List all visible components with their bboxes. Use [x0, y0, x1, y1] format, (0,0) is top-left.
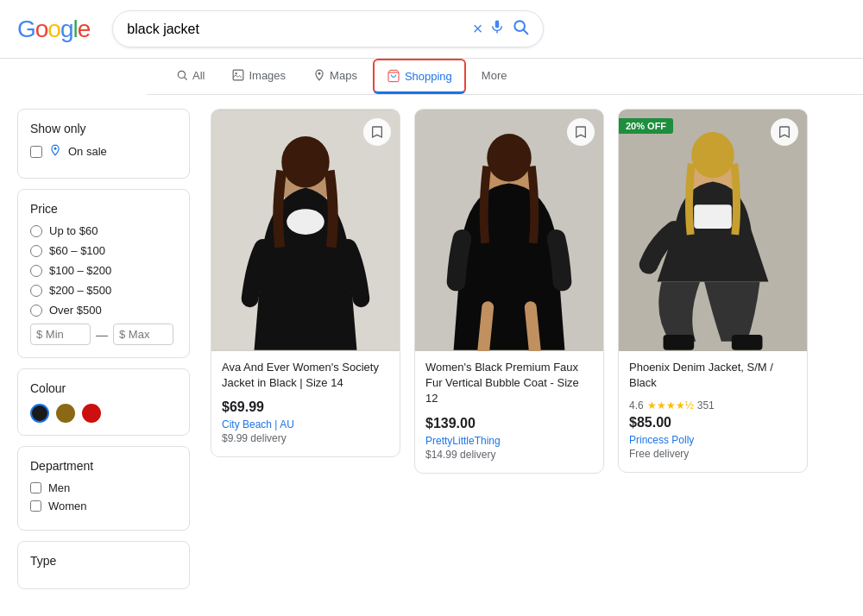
price-radio-3[interactable] [30, 285, 42, 297]
price-radio-1[interactable] [30, 245, 42, 257]
product-info-1: Women's Black Premium Faux Fur Vertical … [415, 351, 603, 461]
products-grid: Ava And Ever Women's Society Jacket in B… [211, 109, 846, 600]
color-swatches [30, 404, 177, 423]
product-price-2: $85.00 [629, 415, 797, 431]
color-swatch-red[interactable] [82, 404, 101, 423]
svg-point-14 [281, 136, 329, 187]
product-card-0: Ava And Ever Women's Society Jacket in B… [211, 109, 400, 457]
on-sale-icon [49, 144, 61, 159]
tab-all[interactable]: All [164, 60, 217, 93]
product-seller-0[interactable]: City Beach | AU [222, 418, 389, 431]
search-input[interactable] [127, 22, 465, 37]
department-title: Department [30, 459, 177, 473]
color-swatch-brown[interactable] [56, 404, 75, 423]
price-option-1[interactable]: $60 – $100 [30, 244, 177, 257]
price-range-inputs: — [30, 324, 177, 345]
product-info-0: Ava And Ever Women's Society Jacket in B… [211, 351, 400, 444]
svg-rect-0 [495, 21, 500, 28]
product-delivery-0: $9.99 delivery [222, 432, 389, 444]
product-price-1: $139.00 [425, 416, 593, 431]
product-name-2: Phoenix Denim Jacket, S/M / Black [629, 360, 797, 391]
price-max-input[interactable] [113, 324, 173, 345]
department-section: Department Men Women [17, 446, 190, 531]
tab-images[interactable]: Images [220, 60, 298, 93]
price-radio-0[interactable] [30, 225, 42, 237]
type-section: Type [17, 541, 190, 589]
price-option-2[interactable]: $100 – $200 [30, 264, 177, 277]
price-option-4[interactable]: Over $500 [30, 304, 177, 317]
google-logo: Google [17, 16, 90, 43]
on-sale-filter[interactable]: On sale [30, 144, 177, 159]
product-image-2: 20% OFF [619, 110, 807, 351]
search-bar: × [112, 10, 544, 47]
tab-more[interactable]: More [469, 60, 520, 93]
svg-point-17 [487, 134, 532, 181]
product-delivery-1: $14.99 delivery [425, 449, 593, 461]
svg-line-5 [184, 77, 186, 79]
svg-point-21 [691, 132, 734, 179]
price-title: Price [30, 202, 177, 216]
bookmark-button-2[interactable] [771, 118, 798, 146]
on-sale-label: On sale [68, 145, 107, 158]
svg-point-13 [287, 209, 324, 235]
sidebar: Show only On sale Price Up to $60 $60 – … [17, 109, 190, 600]
clear-button[interactable]: × [473, 19, 483, 39]
svg-line-3 [524, 30, 528, 35]
sale-badge-2: 20% OFF [619, 118, 673, 134]
price-section: Price Up to $60 $60 – $100 $100 – $200 $… [17, 189, 190, 358]
product-name-0: Ava And Ever Women's Society Jacket in B… [222, 360, 389, 391]
product-delivery-2: Free delivery [629, 448, 797, 460]
tab-shopping[interactable]: Shopping [373, 59, 466, 94]
show-only-section: Show only On sale [17, 109, 190, 179]
product-rating-2: 4.6 ★★★★½ 351 [629, 399, 797, 412]
rating-value-2: 4.6 [629, 399, 644, 412]
show-only-title: Show only [30, 122, 177, 135]
price-option-0[interactable]: Up to $60 [30, 224, 177, 237]
colour-section: Colour [17, 368, 190, 436]
product-seller-2[interactable]: Princess Polly [629, 434, 797, 446]
main-content: Show only On sale Price Up to $60 $60 – … [0, 95, 863, 613]
header: Google × [0, 0, 863, 59]
product-seller-1[interactable]: PrettyLittleThing [425, 435, 593, 447]
mic-button[interactable] [489, 19, 505, 39]
product-name-1: Women's Black Premium Faux Fur Vertical … [425, 360, 593, 407]
dept-women-checkbox[interactable] [30, 500, 41, 512]
svg-rect-23 [732, 335, 763, 350]
product-info-2: Phoenix Denim Jacket, S/M / Black 4.6 ★★… [619, 351, 807, 460]
price-option-3[interactable]: $200 – $500 [30, 284, 177, 297]
svg-point-10 [54, 148, 57, 150]
rating-count-2: 351 [697, 399, 715, 412]
on-sale-checkbox[interactable] [30, 146, 42, 158]
dept-men-checkbox[interactable] [30, 482, 41, 493]
price-radio-4[interactable] [30, 305, 42, 317]
price-min-input[interactable] [30, 324, 91, 345]
svg-point-7 [236, 72, 237, 74]
product-image-0 [211, 110, 400, 351]
dept-women[interactable]: Women [30, 500, 177, 512]
type-title: Type [30, 554, 177, 568]
svg-rect-22 [664, 335, 695, 350]
price-radio-2[interactable] [30, 265, 42, 277]
color-swatch-black[interactable] [30, 404, 49, 423]
search-button[interactable] [512, 18, 529, 40]
nav-tabs: All Images Maps Shopping More [147, 59, 863, 95]
product-price-0: $69.99 [222, 399, 389, 415]
bookmark-button-0[interactable] [363, 118, 391, 146]
svg-point-8 [318, 72, 321, 75]
stars-icon-2: ★★★★½ [647, 399, 694, 412]
bookmark-button-1[interactable] [567, 118, 595, 146]
svg-rect-6 [234, 70, 244, 80]
product-card-2: 20% OFF Phoenix Denim Jacket, S/M / Blac… [618, 109, 808, 473]
colour-title: Colour [30, 381, 177, 395]
svg-rect-20 [694, 204, 732, 229]
product-image-1 [415, 110, 603, 351]
tab-maps[interactable]: Maps [301, 60, 369, 93]
dept-men[interactable]: Men [30, 481, 177, 494]
product-card-1: Women's Black Premium Faux Fur Vertical … [414, 109, 604, 474]
